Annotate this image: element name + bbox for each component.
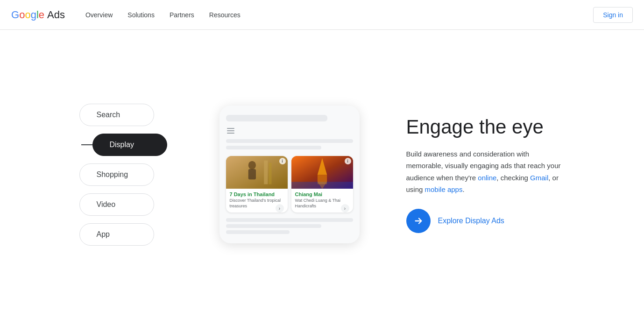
main-content: Search Display	[0, 30, 644, 319]
ad-card-thailand: i 7 Days in Thailand Discover Thailand's…	[226, 156, 288, 213]
shopping-label: Shopping	[97, 170, 128, 179]
ad-info-icon-thailand: i	[279, 158, 286, 164]
ad-card-chiangmai-arrow: ›	[341, 204, 349, 213]
search-label: Search	[97, 111, 120, 119]
logo-text: Google	[11, 9, 44, 21]
header: Google Ads Overview Solutions Partners R…	[0, 0, 644, 30]
display-label: Display	[110, 141, 134, 149]
ad-card-thailand-image: i	[226, 156, 288, 189]
search-ad-type-button[interactable]: Search	[79, 104, 154, 126]
sign-in-button[interactable]: Sign in	[593, 7, 633, 23]
svg-point-17	[248, 161, 255, 169]
app-ad-type-button[interactable]: App	[79, 223, 154, 246]
ad-card-thailand-title: 7 Days in Thailand	[230, 191, 284, 197]
mobile-apps-link[interactable]: mobile apps	[425, 185, 463, 193]
google-ads-logo: Google Ads	[11, 9, 65, 21]
gmail-link[interactable]: Gmail	[530, 174, 548, 182]
phone-bottom-lines	[226, 218, 353, 234]
ad-card-chiangmai-image: i	[291, 156, 353, 189]
ad-info-icon-chiangmai: i	[345, 158, 351, 164]
nav-partners[interactable]: Partners	[164, 7, 200, 22]
main-nav: Overview Solutions Partners Resources	[80, 7, 246, 22]
phone-menu-icon	[226, 128, 353, 134]
ad-card-chiangmai-body: Chiang Mai Wat Chedi Luang & Thai Handic…	[291, 189, 353, 213]
nav-resources[interactable]: Resources	[204, 7, 246, 22]
phone-mockup: i 7 Days in Thailand Discover Thailand's…	[219, 106, 360, 243]
nav-overview[interactable]: Overview	[80, 7, 118, 22]
right-content-panel: Engage the eye Build awareness and consi…	[406, 116, 565, 233]
shopping-ad-type-button[interactable]: Shopping	[79, 163, 154, 186]
svg-rect-18	[248, 169, 255, 179]
video-ad-type-button[interactable]: Video	[79, 193, 154, 216]
phone-mockup-panel: i 7 Days in Thailand Discover Thailand's…	[210, 106, 369, 243]
ad-card-chiangmai-title: Chiang Mai	[295, 191, 349, 197]
explore-arrow-button[interactable]	[406, 209, 431, 233]
svg-rect-19	[264, 160, 268, 184]
content-paragraph: Build awareness and consideration with m…	[406, 148, 565, 196]
app-label: App	[97, 230, 110, 239]
phone-top-bar	[226, 115, 328, 121]
active-indicator	[81, 144, 92, 145]
arrow-right-icon	[413, 216, 424, 226]
ad-card-thailand-arrow: ›	[276, 204, 284, 213]
engage-heading: Engage the eye	[406, 116, 565, 138]
explore-btn-row: Explore Display Ads	[406, 209, 565, 233]
ad-card-thailand-body: 7 Days in Thailand Discover Thailand's t…	[226, 189, 288, 213]
ads-text: Ads	[47, 9, 65, 21]
phone-content-lines	[226, 139, 353, 149]
header-left: Google Ads Overview Solutions Partners R…	[11, 7, 246, 22]
display-ad-cards: i 7 Days in Thailand Discover Thailand's…	[226, 156, 353, 213]
ad-type-panel: Search Display	[79, 104, 182, 246]
online-link[interactable]: online	[478, 174, 496, 182]
ad-card-chiangmai: i Chiang Mai Wat Chedi Luang & Thai Hand…	[291, 156, 353, 213]
video-label: Video	[97, 200, 116, 209]
explore-display-ads-label[interactable]: Explore Display Ads	[438, 217, 504, 225]
nav-solutions[interactable]: Solutions	[122, 7, 160, 22]
svg-rect-20	[269, 163, 271, 184]
svg-rect-16	[226, 156, 288, 189]
display-ad-type-button[interactable]: Display	[92, 134, 167, 156]
